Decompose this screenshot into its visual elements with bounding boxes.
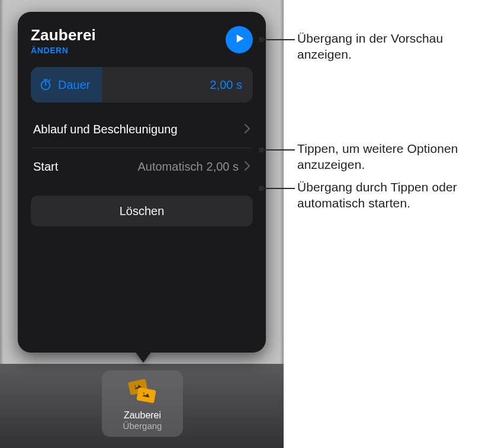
callout-line [261, 39, 295, 40]
device-area: Zauberei ÄNDERN D [0, 0, 284, 448]
callout-preview: Übergang in der Vorschau anzeigen. [297, 30, 487, 63]
svg-point-5 [143, 392, 144, 393]
chevron-right-icon [245, 160, 250, 174]
svg-point-4 [134, 385, 135, 386]
preview-play-button[interactable] [226, 26, 253, 53]
svg-line-3 [49, 80, 50, 81]
callout-start: Übergang durch Tippen oder automatisch s… [297, 179, 487, 212]
panel-title-block: Zauberei ÄNDERN [31, 26, 96, 55]
callout-line [261, 149, 295, 151]
chip-title: Zauberei [124, 410, 161, 421]
callout-more: Tippen, um weitere Optionen anzuzeigen. [297, 140, 493, 173]
transition-panel: Zauberei ÄNDERN D [18, 12, 266, 353]
duration-slider[interactable]: Dauer 2,00 s [31, 67, 253, 103]
popover-arrow [135, 351, 152, 363]
chevron-right-icon [245, 123, 250, 136]
inset-shadow-left [0, 0, 4, 364]
inset-shadow-right [280, 0, 284, 364]
panel-header: Zauberei ÄNDERN [31, 26, 253, 55]
delivery-row[interactable]: Ablauf und Beschleunigung [31, 111, 253, 148]
timer-icon [39, 78, 52, 91]
play-icon [233, 33, 245, 47]
delete-label: Löschen [120, 204, 165, 218]
panel-title: Zauberei [31, 26, 96, 44]
callout-line [261, 188, 295, 189]
change-button[interactable]: ÄNDERN [31, 46, 96, 55]
duration-value: 2,00 s [210, 78, 242, 92]
delete-button[interactable]: Löschen [31, 196, 253, 226]
start-value: 2,00 s [207, 160, 242, 174]
duration-label: Dauer [58, 78, 90, 92]
chip-subtitle: Übergang [123, 421, 162, 431]
start-mode: Automatisch [137, 160, 206, 174]
start-label: Start [33, 160, 58, 174]
transition-chip[interactable]: Zauberei Übergang [102, 370, 183, 437]
magic-move-icon [128, 380, 158, 407]
start-row[interactable]: Start Automatisch 2,00 s [31, 148, 253, 185]
delivery-label: Ablauf und Beschleunigung [33, 123, 178, 136]
